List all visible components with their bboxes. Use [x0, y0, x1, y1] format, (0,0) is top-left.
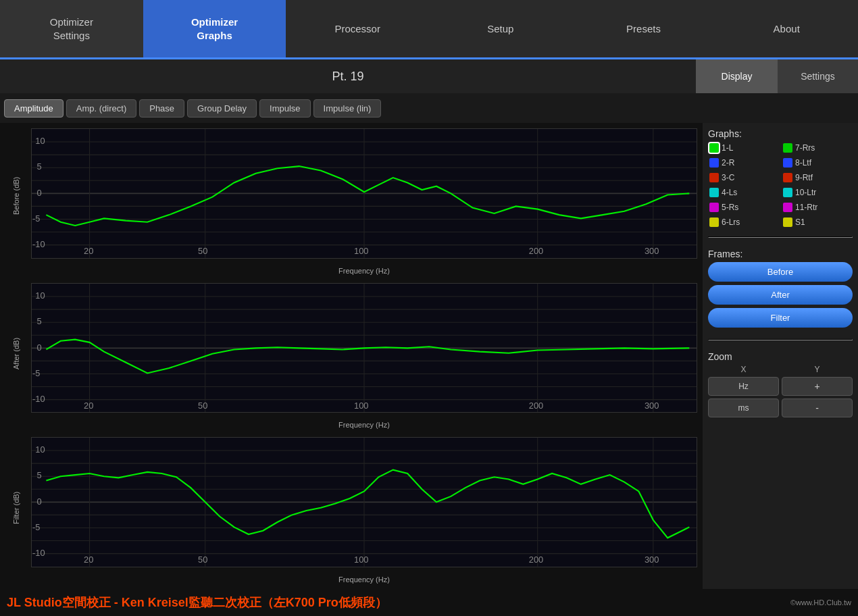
graph-btn-6Lrs[interactable]: 6-Lrs: [708, 216, 779, 228]
svg-text:200: 200: [529, 401, 543, 411]
label-9Rtf: 9-Rtf: [795, 173, 813, 182]
nav-tab-about[interactable]: About: [715, 0, 858, 57]
after-chart-canvas[interactable]: 10 5 0 -5 -10 20 50 100 200 300: [31, 283, 697, 413]
svg-text:50: 50: [198, 555, 207, 565]
nav-tab-optimizer-graphs[interactable]: OptimizerGraphs: [143, 0, 286, 57]
display-button[interactable]: Display: [696, 59, 777, 93]
graph-btn-4Ls[interactable]: 4-Ls: [708, 186, 779, 199]
swatch-8Ltf: [783, 158, 792, 168]
swatch-6Lrs: [709, 217, 719, 227]
label-S1: S1: [795, 217, 805, 227]
svg-text:100: 100: [354, 401, 368, 411]
swatch-3C: [709, 173, 719, 182]
svg-text:-5: -5: [32, 213, 40, 224]
zoom-x-label: X: [708, 365, 779, 374]
charts-area: Before (dB): [0, 123, 703, 589]
swatch-9Rtf: [783, 173, 792, 182]
sidebar: Graphs: 1-L 7-Rrs 2-R 8-Ltf: [703, 123, 858, 589]
sub-header-buttons: Display Settings: [696, 59, 858, 93]
tab-group-delay[interactable]: Group Delay: [187, 99, 257, 118]
label-7Rrs: 7-Rrs: [795, 143, 815, 153]
zoom-grid: X Y Hz + ms -: [708, 365, 853, 417]
svg-text:20: 20: [84, 555, 93, 565]
before-chart-canvas[interactable]: 10 5 0 -5 -10 20 50 100 200 300: [31, 128, 697, 259]
swatch-2R: [709, 158, 719, 168]
label-10Ltr: 10-Ltr: [795, 188, 816, 197]
svg-text:10: 10: [35, 290, 45, 301]
graph-btn-9Rtf[interactable]: 9-Rtf: [782, 172, 853, 184]
svg-text:100: 100: [354, 555, 368, 565]
zoom-plus-button[interactable]: +: [782, 377, 853, 396]
settings-button[interactable]: Settings: [777, 59, 858, 93]
after-y-label: After (dB): [12, 342, 20, 369]
swatch-S1: [783, 217, 792, 227]
nav-tab-presets[interactable]: Presets: [572, 0, 715, 57]
graph-btn-10Ltr[interactable]: 10-Ltr: [782, 186, 853, 199]
svg-text:-5: -5: [32, 522, 40, 532]
nav-tab-setup[interactable]: Setup: [429, 0, 572, 57]
svg-text:0: 0: [36, 342, 41, 352]
label-3C: 3-C: [722, 173, 734, 182]
tab-amplitude[interactable]: Amplitude: [4, 99, 64, 118]
zoom-hz-button[interactable]: Hz: [708, 377, 779, 396]
svg-text:-5: -5: [32, 367, 40, 378]
svg-text:0: 0: [36, 496, 41, 507]
label-6Lrs: 6-Lrs: [722, 217, 740, 227]
svg-text:5: 5: [36, 471, 41, 481]
filter-x-label: Frequency (Hz): [31, 575, 697, 584]
graphs-grid: 1-L 7-Rrs 2-R 8-Ltf 3-C: [708, 142, 853, 228]
main-layout: Before (dB): [0, 123, 858, 589]
before-x-label: Frequency (Hz): [31, 267, 697, 275]
watermark-text: JL Studio空間校正 - Ken Kreisel監聽二次校正（左K700 …: [7, 594, 387, 611]
frame-btn-filter[interactable]: Filter: [708, 308, 853, 328]
filter-chart-container: Filter (dB) 10: [3, 434, 700, 586]
swatch-5Rs: [709, 203, 719, 212]
frame-btn-after[interactable]: After: [708, 285, 853, 305]
graph-btn-8Ltf[interactable]: 8-Ltf: [782, 157, 853, 169]
label-1L: 1-L: [722, 143, 733, 153]
svg-text:10: 10: [35, 445, 45, 455]
nav-tab-optimizer-settings[interactable]: OptimizerSettings: [0, 0, 143, 57]
watermark-bar: JL Studio空間校正 - Ken Kreisel監聽二次校正（左K700 …: [0, 589, 858, 616]
frame-btn-before[interactable]: Before: [708, 262, 853, 282]
label-4Ls: 4-Ls: [722, 188, 737, 197]
filter-y-label: Filter (dB): [12, 497, 20, 524]
graphs-title: Graphs:: [708, 128, 853, 139]
graph-btn-3C[interactable]: 3-C: [708, 172, 779, 184]
graph-type-tabs: Amplitude Amp. (direct) Phase Group Dela…: [0, 93, 858, 123]
tab-impulse[interactable]: Impulse: [259, 99, 311, 118]
tab-phase[interactable]: Phase: [139, 99, 184, 118]
tab-amp-direct[interactable]: Amp. (direct): [66, 99, 136, 118]
frames-title: Frames:: [708, 249, 853, 259]
svg-text:50: 50: [198, 246, 207, 256]
svg-text:-10: -10: [32, 394, 45, 404]
before-chart-svg: 10 5 0 -5 -10 20 50 100 200 300: [32, 129, 697, 258]
svg-text:100: 100: [354, 246, 368, 256]
svg-text:300: 300: [645, 401, 659, 411]
graph-btn-7Rrs[interactable]: 7-Rrs: [782, 142, 853, 154]
svg-text:300: 300: [645, 555, 659, 565]
svg-text:10: 10: [35, 136, 45, 146]
after-chart-container: After (dB) 10: [3, 280, 700, 432]
svg-text:-10: -10: [32, 548, 45, 558]
sub-header: Pt. 19 Display Settings: [0, 59, 858, 93]
zoom-section: Zoom X Y Hz + ms -: [708, 351, 853, 417]
graph-btn-2R[interactable]: 2-R: [708, 157, 779, 169]
svg-text:-10: -10: [32, 239, 45, 249]
graph-btn-11Rtr[interactable]: 11-Rtr: [782, 201, 853, 213]
svg-text:5: 5: [36, 316, 41, 326]
after-x-label: Frequency (Hz): [31, 421, 697, 429]
filter-chart-canvas[interactable]: 10 5 0 -5 -10 20 50 100 200 300: [31, 437, 697, 567]
graph-btn-5Rs[interactable]: 5-Rs: [708, 201, 779, 213]
graph-btn-1L[interactable]: 1-L: [708, 142, 779, 154]
svg-text:0: 0: [36, 188, 41, 198]
zoom-ms-button[interactable]: ms: [708, 399, 779, 417]
zoom-minus-button[interactable]: -: [782, 399, 853, 417]
filter-chart-svg: 10 5 0 -5 -10 20 50 100 200 300: [32, 438, 697, 567]
svg-text:5: 5: [36, 161, 41, 172]
label-5Rs: 5-Rs: [722, 203, 738, 212]
label-11Rtr: 11-Rtr: [795, 203, 817, 212]
graph-btn-S1[interactable]: S1: [782, 216, 853, 228]
tab-impulse-lin[interactable]: Impulse (lin): [313, 99, 382, 118]
nav-tab-processor[interactable]: Processor: [286, 0, 429, 57]
